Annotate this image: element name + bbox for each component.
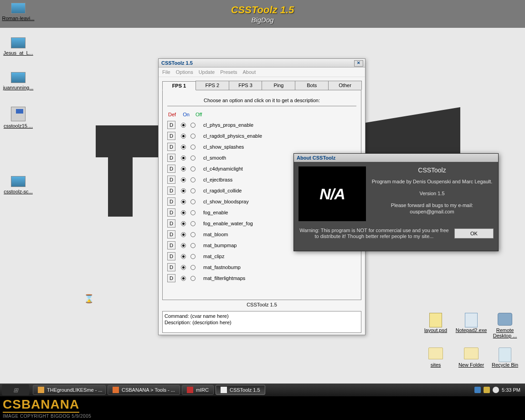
cvar-name[interactable]: mat_bloom (203, 232, 228, 237)
radio-on[interactable] (181, 210, 186, 215)
default-button[interactable]: D (167, 121, 175, 129)
cvar-name[interactable]: cl_ragdoll_collide (203, 188, 242, 193)
default-button[interactable]: D (167, 132, 175, 140)
cvar-name[interactable]: cl_smooth (203, 155, 226, 161)
taskbar-item[interactable]: mIRC (182, 385, 214, 395)
radio-on[interactable] (181, 134, 186, 139)
default-button[interactable]: D (167, 165, 175, 173)
radio-on[interactable] (181, 177, 186, 182)
default-button[interactable]: D (167, 219, 175, 228)
menu-presets[interactable]: Presets (220, 69, 237, 75)
cvar-name[interactable]: mat_bumpmap (203, 243, 237, 248)
radio-off[interactable] (190, 221, 196, 226)
radio-off[interactable] (190, 254, 196, 259)
cvar-name[interactable]: cl_show_splashes (203, 144, 244, 150)
default-button[interactable]: D (167, 154, 175, 162)
default-button[interactable]: D (167, 176, 175, 184)
radio-off[interactable] (190, 156, 196, 161)
default-button[interactable]: D (167, 263, 175, 271)
desktop-icon[interactable]: Remote Desktop ... (487, 313, 523, 338)
radio-off[interactable] (190, 265, 196, 270)
tray-icon-1[interactable] (474, 387, 481, 393)
radio-on[interactable] (181, 123, 186, 128)
radio-on[interactable] (181, 276, 186, 281)
radio-off[interactable] (190, 188, 196, 193)
radio-on[interactable] (181, 199, 186, 204)
desktop-icon[interactable]: Jesus_at_L... (1, 37, 36, 56)
radio-on[interactable] (181, 232, 186, 237)
close-button[interactable]: ✕ (354, 60, 363, 67)
radio-on[interactable] (181, 254, 186, 259)
menu-options[interactable]: Options (176, 69, 193, 75)
about-warning: Warning: This program is NOT for commerc… (299, 228, 450, 239)
radio-on[interactable] (181, 221, 186, 226)
cvar-name[interactable]: cl_show_bloodspray (203, 199, 249, 204)
radio-on[interactable] (181, 243, 186, 248)
cvar-name[interactable]: cl_ragdoll_physics_enable (203, 133, 262, 139)
start-button[interactable]: ⊞ (2, 384, 29, 395)
taskbar-item[interactable]: CSSToolz 1.5 (216, 385, 265, 395)
desktop-icon[interactable]: layout.psd (417, 313, 454, 333)
radio-on[interactable] (181, 188, 186, 193)
tab-fps2[interactable]: FPS 2 (196, 81, 229, 90)
page-header: CSSToolz 1.5 BigDog (0, 0, 525, 28)
cvar-name[interactable]: cl_ejectbrass (203, 177, 232, 182)
column-headers: Def On Off (167, 112, 356, 117)
ok-button[interactable]: OK (454, 228, 494, 239)
radio-off[interactable] (190, 199, 196, 204)
radio-on[interactable] (181, 265, 186, 270)
desktop-icon[interactable]: csstoolz15.... (1, 107, 36, 129)
about-titlebar[interactable]: About CSSToolz (294, 154, 498, 162)
cvar-name[interactable]: fog_enable (203, 210, 228, 215)
radio-off[interactable] (190, 276, 196, 281)
tab-fps3[interactable]: FPS 3 (229, 81, 262, 90)
cvar-name[interactable]: mat_fastnobump (203, 264, 241, 270)
desktop-icon[interactable]: Roman-leavi... (1, 3, 36, 21)
taskbar-item[interactable]: THEgroundLIKESme - ... (33, 385, 106, 395)
tab-fps1[interactable]: FPS 1 (162, 81, 196, 90)
radio-on[interactable] (181, 166, 186, 171)
radio-on[interactable] (181, 156, 186, 161)
default-button[interactable]: D (167, 208, 175, 217)
about-heading: CSSToolz (371, 166, 494, 174)
cvar-name[interactable]: mat_filterlightmaps (203, 275, 245, 281)
tray-icon-3[interactable] (493, 387, 499, 393)
desktop-icon[interactable]: Recycle Bin (487, 347, 523, 368)
radio-off[interactable] (190, 145, 196, 150)
tab-bots[interactable]: Bots (295, 81, 329, 90)
default-button[interactable]: D (167, 241, 175, 249)
default-button[interactable]: D (167, 187, 175, 195)
radio-off[interactable] (190, 232, 196, 237)
header-def: Def (168, 112, 176, 117)
radio-off[interactable] (190, 210, 196, 215)
radio-off[interactable] (190, 123, 196, 128)
cvar-name[interactable]: mat_clipz (203, 254, 224, 259)
radio-off[interactable] (190, 177, 196, 182)
radio-off[interactable] (190, 243, 196, 248)
default-button[interactable]: D (167, 274, 175, 282)
radio-off[interactable] (190, 166, 196, 171)
tab-ping[interactable]: Ping (262, 81, 295, 90)
menu-file[interactable]: File (162, 69, 170, 75)
desktop-icon[interactable]: sites (417, 347, 454, 368)
desktop-icon[interactable]: New Folder (453, 347, 489, 368)
tab-other[interactable]: Other (328, 81, 362, 90)
cvar-name[interactable]: cl_c4dynamiclight (203, 166, 243, 171)
cvar-name[interactable]: fog_enable_water_fog (203, 221, 253, 226)
default-button[interactable]: D (167, 197, 175, 206)
window-titlebar[interactable]: CSSToolz 1.5 ✕ (159, 59, 365, 67)
desktop-icon[interactable]: Notepad2.exe (453, 313, 489, 333)
taskbar-item[interactable]: CSBANANA > Tools - ... (108, 385, 180, 395)
desktop-icon[interactable]: csstoolz-sc... (1, 176, 36, 194)
desktop-icon[interactable]: juanrunning... (1, 72, 36, 90)
clock: 5:33 PM (502, 387, 520, 393)
default-button[interactable]: D (167, 143, 175, 151)
menu-update[interactable]: Update (199, 69, 215, 75)
tray-icon-2[interactable] (484, 387, 490, 393)
radio-on[interactable] (181, 145, 186, 150)
menu-about[interactable]: About (242, 69, 256, 75)
default-button[interactable]: D (167, 230, 175, 239)
radio-off[interactable] (190, 134, 196, 139)
cvar-name[interactable]: cl_phys_props_enable (203, 122, 253, 128)
default-button[interactable]: D (167, 252, 175, 260)
